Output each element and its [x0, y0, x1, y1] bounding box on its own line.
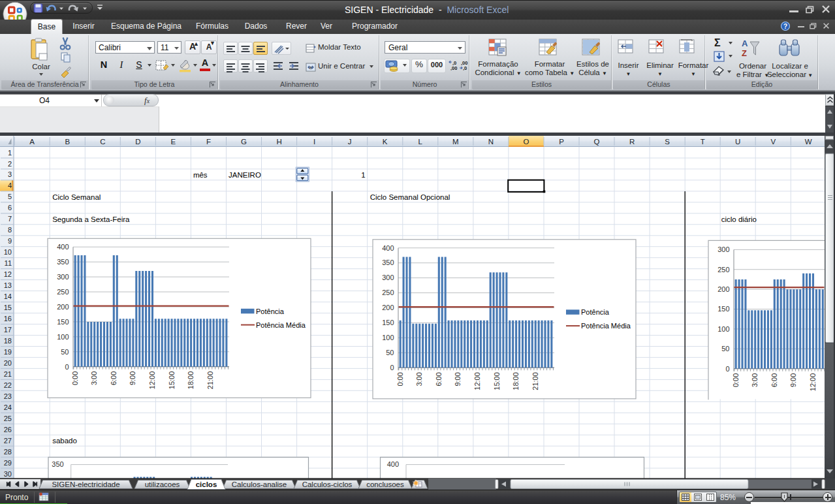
svg-text:300: 300 — [57, 273, 69, 281]
svg-text:300: 300 — [382, 274, 394, 281]
svg-text:9:00: 9:00 — [789, 373, 797, 386]
svg-text:N: N — [488, 137, 494, 145]
svg-text:1: 1 — [8, 148, 12, 156]
svg-text:Potência Média: Potência Média — [581, 322, 631, 330]
svg-text:,0: ,0 — [463, 65, 467, 71]
svg-text:5: 5 — [8, 193, 12, 200]
svg-text:0:00: 0:00 — [71, 371, 79, 385]
svg-text:L: L — [418, 137, 423, 145]
svg-text:K: K — [383, 137, 388, 145]
svg-text:6:00: 6:00 — [435, 372, 443, 386]
svg-text:300: 300 — [717, 245, 729, 253]
svg-text:Segunda a Sexta-Feira: Segunda a Sexta-Feira — [52, 215, 130, 223]
svg-text:29: 29 — [4, 458, 12, 466]
svg-text:G: G — [241, 137, 247, 145]
svg-text:200: 200 — [717, 285, 729, 293]
svg-text:H: H — [276, 137, 281, 145]
svg-text:4: 4 — [8, 181, 12, 189]
svg-text:3:00: 3:00 — [751, 373, 759, 386]
svg-text:Calculos-analise: Calculos-analise — [232, 480, 287, 488]
svg-text:3:00: 3:00 — [415, 372, 423, 386]
svg-text:100: 100 — [57, 332, 69, 340]
svg-text:0: 0 — [390, 364, 394, 371]
svg-text:19: 19 — [4, 348, 12, 356]
svg-text:,00: ,00 — [450, 65, 457, 71]
svg-text:20: 20 — [4, 359, 12, 367]
svg-text:25: 25 — [4, 414, 12, 422]
svg-text:10: 10 — [4, 248, 12, 256]
svg-text:200: 200 — [57, 302, 69, 310]
svg-text:150: 150 — [717, 305, 729, 313]
svg-text:E: E — [171, 137, 176, 145]
svg-text:Calculos-ciclos: Calculos-ciclos — [302, 480, 353, 488]
svg-text:JANEIRO: JANEIRO — [228, 170, 261, 178]
svg-text:Ciclo Semanal: Ciclo Semanal — [52, 193, 101, 200]
svg-text:200: 200 — [382, 304, 394, 311]
svg-text:U: U — [735, 137, 740, 145]
svg-text:mês: mês — [193, 170, 208, 178]
svg-text:D: D — [135, 137, 140, 145]
svg-text:24: 24 — [4, 403, 12, 411]
svg-text:14: 14 — [4, 292, 12, 300]
svg-text:0: 0 — [725, 364, 729, 372]
svg-text:?: ? — [783, 23, 787, 30]
svg-text:21: 21 — [4, 370, 12, 378]
svg-text:250: 250 — [57, 288, 69, 296]
svg-text:0:00: 0:00 — [732, 373, 740, 386]
svg-text:15:00: 15:00 — [168, 371, 176, 389]
svg-text:50: 50 — [386, 349, 394, 356]
svg-text:350: 350 — [382, 259, 394, 266]
svg-text:SIGEN-electricidade: SIGEN-electricidade — [52, 480, 119, 488]
svg-text:Potência: Potência — [256, 307, 285, 315]
svg-text:400: 400 — [382, 244, 394, 251]
svg-text:ciclos: ciclos — [196, 480, 217, 488]
svg-text:100: 100 — [382, 334, 394, 341]
svg-text:22: 22 — [4, 381, 12, 389]
svg-text:T: T — [701, 137, 705, 145]
svg-text:13: 13 — [4, 281, 12, 289]
svg-text:sabado: sabado — [52, 437, 77, 445]
svg-text:V: V — [770, 137, 776, 145]
svg-text:9:00: 9:00 — [454, 372, 462, 386]
svg-text:28: 28 — [4, 447, 12, 455]
svg-text:21:00: 21:00 — [206, 371, 214, 389]
svg-text:100: 100 — [717, 324, 729, 332]
svg-text:P: P — [559, 137, 564, 145]
svg-text:W: W — [805, 137, 812, 145]
svg-text:1: 1 — [361, 170, 365, 178]
svg-text:9:00: 9:00 — [129, 371, 136, 385]
svg-text:7: 7 — [8, 215, 12, 223]
svg-text:Potência: Potência — [581, 308, 610, 316]
svg-text:6:00: 6:00 — [770, 373, 778, 386]
svg-text:conclusoes: conclusoes — [366, 480, 404, 488]
svg-text:50: 50 — [61, 347, 69, 355]
svg-text:3: 3 — [8, 170, 12, 178]
svg-text:400: 400 — [387, 460, 399, 468]
svg-text:J: J — [348, 137, 352, 145]
svg-text:50: 50 — [721, 345, 729, 353]
svg-text:250: 250 — [717, 265, 729, 273]
svg-text:O: O — [523, 137, 529, 145]
svg-text:A: A — [742, 39, 748, 48]
svg-text:12:00: 12:00 — [809, 373, 817, 391]
svg-text:12:00: 12:00 — [473, 372, 481, 390]
svg-text:Potência Média: Potência Média — [256, 321, 306, 328]
svg-text:250: 250 — [382, 289, 394, 296]
svg-text:S: S — [665, 137, 670, 145]
svg-text:30: 30 — [4, 469, 12, 477]
svg-text:15: 15 — [4, 304, 12, 311]
svg-text:15:00: 15:00 — [493, 372, 501, 390]
svg-text:21:00: 21:00 — [531, 372, 539, 390]
svg-text:3:00: 3:00 — [90, 371, 98, 385]
svg-text:17: 17 — [4, 326, 12, 334]
svg-text:I: I — [313, 137, 315, 145]
svg-text:12:00: 12:00 — [148, 371, 156, 389]
svg-text:ciclo diário: ciclo diário — [721, 215, 757, 223]
svg-text:350: 350 — [57, 258, 69, 266]
svg-text:9: 9 — [8, 237, 12, 245]
svg-text:150: 150 — [57, 317, 69, 325]
svg-text:a: a — [309, 65, 312, 70]
svg-text:Q: Q — [594, 137, 600, 145]
svg-text:18:00: 18:00 — [512, 372, 520, 390]
svg-text:400: 400 — [57, 243, 69, 251]
